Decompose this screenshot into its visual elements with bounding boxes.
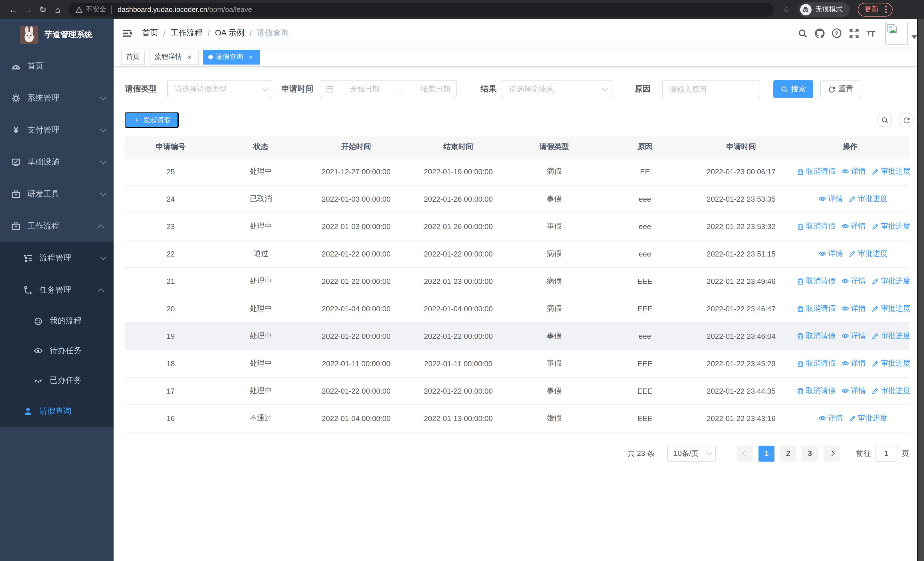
progress-link[interactable]: 审批进度 [872, 221, 910, 232]
sidebar-item-workflow[interactable]: 工作流程 [0, 210, 114, 242]
browser-menu-icon[interactable] [884, 5, 888, 14]
detail-link[interactable]: 详情 [818, 193, 843, 204]
sidebar-logo[interactable]: 芋道管理系统 [0, 19, 114, 50]
page-button-1[interactable]: 1 [759, 445, 774, 461]
cell-leave-type: 病假 [510, 158, 599, 185]
tag-home[interactable]: 首页 [121, 50, 145, 64]
detail-link[interactable]: 详情 [841, 358, 866, 368]
progress-link[interactable]: 审批进度 [872, 276, 910, 286]
progress-link[interactable]: 审批进度 [872, 358, 910, 368]
sidebar-item-leave-query[interactable]: 请假查询 [0, 396, 114, 427]
avatar-caret-icon[interactable] [912, 35, 917, 39]
create-leave-button[interactable]: ＋ 发起请假 [125, 112, 178, 128]
update-label[interactable]: 更新 [864, 5, 879, 14]
eye-icon [841, 222, 849, 230]
cell-end-time: 2022-01-26 00:00:00 [407, 212, 510, 240]
cancel-link[interactable]: 取消请假 [797, 276, 836, 286]
page-button-2[interactable]: 2 [780, 445, 796, 461]
progress-link[interactable]: 审批进度 [872, 331, 910, 341]
sidebar-item-my-process[interactable]: 我的流程 [0, 306, 114, 336]
fullscreen-icon[interactable] [845, 19, 862, 47]
browser-scrollbar[interactable] [917, 19, 924, 561]
sidebar-item-process-mgmt[interactable]: 流程管理 [0, 242, 114, 274]
sidebar-item-task-mgmt[interactable]: 任务管理 [0, 274, 114, 306]
detail-link[interactable]: 详情 [841, 166, 866, 176]
progress-link[interactable]: 审批进度 [872, 166, 910, 176]
goto-page-input[interactable] [876, 445, 897, 461]
cell-start-time: 2022-01-11 00:00:00 [305, 350, 407, 377]
browser-reload-icon[interactable]: ↻ [35, 4, 50, 15]
avatar[interactable] [885, 22, 908, 45]
page-button-3[interactable]: 3 [802, 445, 818, 461]
cancel-link[interactable]: 取消请假 [797, 386, 836, 396]
browser-home-icon[interactable]: ⌂ [50, 5, 65, 14]
result-select[interactable]: 请选择流结果 [502, 80, 612, 98]
prev-page-button[interactable] [737, 445, 753, 461]
detail-link[interactable]: 详情 [841, 331, 866, 341]
browser-update-button[interactable]: 更新 [858, 3, 892, 16]
sidebar-item-done-tasks[interactable]: 已办任务 [0, 365, 114, 396]
next-page-button[interactable] [824, 445, 840, 461]
tag-process-detail[interactable]: 流程详情 × [150, 50, 199, 64]
security-label[interactable]: 不安全 [86, 5, 106, 14]
font-size-icon[interactable]: TT [862, 19, 879, 47]
progress-link[interactable]: 审批进度 [872, 386, 910, 396]
url-path[interactable]: /bpm/oa/leave [207, 5, 252, 14]
help-icon[interactable]: ? [828, 19, 845, 47]
progress-link[interactable]: 审批进度 [849, 194, 888, 204]
cancel-link[interactable]: 取消请假 [797, 221, 836, 232]
detail-link[interactable]: 详情 [818, 413, 843, 423]
search-icon[interactable] [794, 19, 811, 47]
refresh-table-icon[interactable] [899, 113, 914, 127]
detail-link[interactable]: 详情 [841, 221, 866, 231]
close-icon[interactable]: × [186, 53, 194, 61]
cancel-link[interactable]: 取消请假 [797, 358, 836, 368]
table-row: 25处理中2021-12-27 00:00:002022-01-19 00:00… [125, 158, 909, 185]
address-bar[interactable]: 不安全 dashboard.yudao.iocoder.cn /bpm/oa/l… [69, 3, 774, 16]
apply-time-range-picker[interactable]: 开始日期 - 结束日期 [320, 80, 457, 98]
sidebar-collapse-icon[interactable] [114, 29, 141, 38]
sidebar-item-dev[interactable]: 研发工具 [0, 178, 114, 210]
progress-link[interactable]: 审批进度 [872, 303, 910, 314]
page-size-select[interactable]: 10条/页 [667, 445, 716, 461]
chevron-up-icon [98, 288, 104, 295]
breadcrumb-oa-example[interactable]: OA 示例 [215, 28, 244, 38]
detail-link[interactable]: 详情 [841, 276, 866, 286]
cancel-link[interactable]: 取消请假 [797, 166, 836, 176]
leave-type-select[interactable]: 请选择请假类型 [167, 80, 272, 98]
detail-link[interactable]: 详情 [841, 303, 866, 313]
browser-forward-icon[interactable]: → [21, 5, 35, 14]
progress-link[interactable]: 审批进度 [849, 413, 888, 423]
sidebar-item-pay[interactable]: ¥ 支付管理 [0, 114, 114, 146]
sidebar-item-todo-tasks[interactable]: 待办任务 [0, 336, 114, 365]
cancel-link[interactable]: 取消请假 [797, 303, 836, 314]
sidebar-item-infra[interactable]: 基础设施 [0, 146, 114, 178]
goto-label: 前往 [856, 448, 871, 459]
cell-apply-id: 19 [125, 322, 216, 350]
end-date-placeholder[interactable]: 结束日期 [421, 84, 450, 94]
detail-link[interactable]: 详情 [841, 385, 866, 396]
sidebar-item-system[interactable]: 系统管理 [0, 82, 114, 114]
detail-link[interactable]: 详情 [818, 248, 843, 259]
tag-label: 首页 [126, 52, 140, 62]
close-icon[interactable]: × [246, 53, 255, 61]
cell-reason: eee [599, 185, 691, 212]
sidebar-item-home[interactable]: 首页 [0, 50, 114, 82]
github-icon[interactable] [811, 19, 828, 47]
show-search-toggle-icon[interactable] [877, 113, 892, 127]
cancel-link[interactable]: 取消请假 [797, 331, 836, 341]
reason-input[interactable] [669, 85, 753, 93]
breadcrumb-home[interactable]: 首页 [142, 28, 158, 38]
cell-apply-time: 2022-01-22 23:44:35 [691, 377, 791, 405]
progress-link[interactable]: 审批进度 [849, 248, 888, 259]
eye-open-icon [34, 346, 43, 355]
search-button[interactable]: 搜索 [773, 80, 813, 98]
bookmark-star-icon[interactable]: ☆ [783, 5, 790, 14]
reset-button[interactable]: 重置 [820, 80, 861, 98]
browser-back-icon[interactable]: ← [6, 5, 21, 14]
breadcrumb-workflow[interactable]: 工作流程 [171, 28, 202, 38]
tag-leave-query[interactable]: 请假查询 × [203, 50, 260, 64]
url-host[interactable]: dashboard.yudao.iocoder.cn [118, 5, 207, 14]
start-date-placeholder[interactable]: 开始日期 [350, 84, 380, 94]
trash-icon [797, 305, 804, 312]
